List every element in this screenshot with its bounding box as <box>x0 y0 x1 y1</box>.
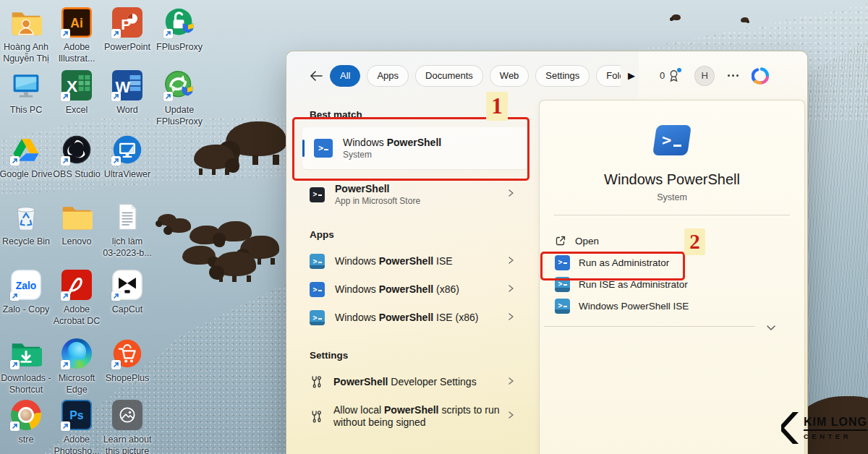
divider <box>554 215 790 215</box>
chevron-right-icon <box>506 312 516 325</box>
shortcut-arrow-icon <box>10 421 20 431</box>
desktop-icon-microsoft-edge[interactable]: MicrosoftEdge <box>51 337 103 396</box>
context-action-run-ise-as-administrator[interactable]: > Run ISE as Administrator <box>540 273 804 295</box>
developer-tools-icon <box>310 375 323 389</box>
desktop-icon-lich-lam-doc[interactable]: lịch làm03-2023-b... <box>101 200 153 260</box>
divider <box>544 326 755 327</box>
svg-text:P: P <box>121 16 131 33</box>
result-item[interactable]: PowerShell Developer Settings <box>286 368 539 396</box>
selection-accent <box>302 140 305 157</box>
watermark-line1: KIM LONG <box>804 416 867 431</box>
section-header: Settings <box>286 332 539 368</box>
desktop-icon-learn-about-picture[interactable]: Learn aboutthis picture <box>101 398 153 454</box>
best-match-item[interactable]: > Windows PowerShellSystem <box>302 127 529 169</box>
watermark-line2: CENTER <box>804 432 867 440</box>
tab-web[interactable]: Web <box>490 65 529 87</box>
more-options-icon[interactable] <box>728 74 739 77</box>
shortcut-arrow-icon <box>111 291 121 301</box>
desktop-icon-shopeplus[interactable]: ShopePlus <box>101 337 153 384</box>
notification-dot <box>677 68 681 72</box>
chevron-right-icon <box>506 410 516 423</box>
shortcut-arrow-icon <box>111 360 121 369</box>
this-pc-icon <box>9 69 43 102</box>
downloads-shortcut-icon <box>9 337 43 370</box>
powershell-icon: > <box>314 139 333 158</box>
context-action-open[interactable]: Open <box>540 230 804 252</box>
section-header: Best match <box>286 101 539 121</box>
zalo-copy-icon: Zalo <box>9 268 43 301</box>
result-item[interactable]: > Windows PowerShell (x86) <box>286 275 539 304</box>
bison-silhouette <box>166 218 191 233</box>
ultraviewer-icon <box>111 133 144 166</box>
microsoft-edge-icon <box>60 337 93 370</box>
powershell-ise-icon: > <box>555 299 570 314</box>
adobe-photoshop-icon: Ps <box>60 398 93 432</box>
update-fplusproxy-icon <box>163 69 196 102</box>
desktop-icon-capcut[interactable]: CapCut <box>101 268 153 315</box>
adobe-illustrator-icon: Ai <box>60 6 93 39</box>
desktop-icon-word[interactable]: W Word <box>101 69 153 116</box>
tab-apps[interactable]: Apps <box>367 65 409 87</box>
desktop-icon-label: CapCut <box>95 304 159 315</box>
developer-tools-icon <box>310 410 323 424</box>
recycle-bin-icon <box>9 200 43 234</box>
svg-text:Ai: Ai <box>70 16 83 30</box>
adobe-acrobat-icon <box>60 268 93 301</box>
tab-folders[interactable]: Folders <box>596 65 621 87</box>
search-window: AllAppsDocumentsWebSettingsFoldersPhot ▶… <box>286 51 808 454</box>
desktop-icon-update-fplusproxy[interactable]: UpdateFPlusProxy <box>153 69 205 128</box>
shortcut-arrow-icon <box>61 156 70 166</box>
lich-lam-doc-icon <box>111 200 144 234</box>
result-item[interactable]: > Windows PowerShell ISE (x86) <box>286 304 539 332</box>
svg-text:Ps: Ps <box>69 409 84 421</box>
desktop-icon-adobe-illustrator[interactable]: Ai AdobeIllustrat... <box>51 6 103 65</box>
chevron-right-icon <box>506 188 516 201</box>
desktop-icon-powerpoint[interactable]: P PowerPoint <box>101 6 153 53</box>
result-item[interactable]: > PowerShellApp in Microsoft Store <box>286 178 539 211</box>
shortcut-arrow-icon <box>111 92 121 101</box>
tab-all[interactable]: All <box>330 65 360 87</box>
powershell-icon: > <box>310 187 325 202</box>
result-item[interactable]: > Windows PowerShell ISE <box>286 247 539 275</box>
search-filter-tabs: AllAppsDocumentsWebSettingsFoldersPhot <box>330 65 621 87</box>
rewards-medal-icon <box>668 69 680 82</box>
preview-app-subtitle: System <box>540 192 804 202</box>
desktop-icon-fplusproxy[interactable]: FPlusProxy <box>153 6 205 53</box>
bison-silhouette <box>671 14 681 20</box>
lenovo-folder-icon <box>60 200 93 234</box>
copilot-icon[interactable] <box>752 67 770 85</box>
desktop-icon-adobe-acrobat[interactable]: AdobeAcrobat DC <box>51 268 103 327</box>
rewards-widget[interactable]: 0 <box>660 69 680 82</box>
section-header: Apps <box>286 211 539 247</box>
more-filters-icon[interactable]: ▶ <box>628 70 635 81</box>
context-action-windows-powershell-ise[interactable]: > Windows PowerShell ISE <box>540 295 804 317</box>
tab-documents[interactable]: Documents <box>415 65 483 87</box>
desktop-icon-label: UltraViewer <box>95 168 159 180</box>
context-action-run-as-administrator[interactable]: > Run as Administrator <box>540 252 804 273</box>
bison-silhouette <box>214 252 256 276</box>
fplusproxy-icon <box>163 6 196 39</box>
shortcut-arrow-icon <box>163 29 173 38</box>
chevron-right-icon <box>506 376 516 389</box>
shortcut-arrow-icon <box>10 360 20 369</box>
tab-settings[interactable]: Settings <box>535 65 590 87</box>
user-folder-icon <box>9 6 43 39</box>
chevron-right-icon <box>506 255 516 268</box>
shortcut-arrow-icon <box>61 360 70 369</box>
open-icon <box>555 235 566 247</box>
result-item[interactable]: Allow local PowerShell scripts to run wi… <box>286 396 539 437</box>
shortcut-arrow-icon <box>111 156 121 166</box>
desktop-icon-ultraviewer[interactable]: UltraViewer <box>101 133 153 180</box>
account-avatar[interactable]: H <box>694 66 715 86</box>
obs-studio-icon <box>60 133 93 166</box>
shortcut-arrow-icon <box>61 421 70 431</box>
search-results: Best match > Windows PowerShellSystem > … <box>286 100 539 454</box>
powerpoint-icon: P <box>111 6 144 39</box>
shortcut-arrow-icon <box>61 92 70 101</box>
chevron-down-icon[interactable] <box>765 322 777 335</box>
preview-panel: > Windows PowerShell System Open > Run a… <box>539 100 805 454</box>
powershell-ise-icon: > <box>555 277 570 292</box>
powershell-ise-icon: > <box>310 310 325 325</box>
back-arrow-icon[interactable] <box>308 68 324 84</box>
stre-chrome-icon <box>9 398 43 432</box>
